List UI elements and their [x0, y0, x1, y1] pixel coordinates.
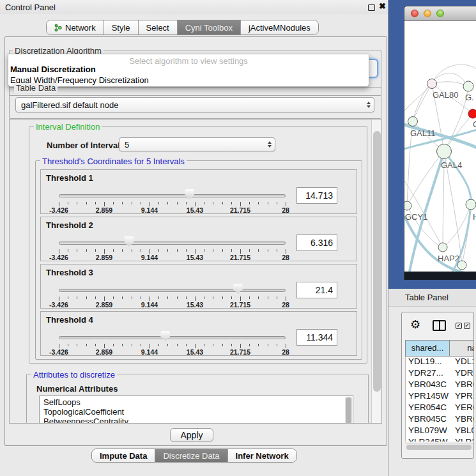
apply-button[interactable]: Apply [170, 428, 213, 442]
axis-tick-label: 2.859 [96, 348, 112, 356]
thresholds-group-label: Threshold's Coordinates for 5 Intervals [40, 157, 187, 166]
network-edge[interactable] [432, 65, 476, 84]
cell-shared-name[interactable]: YER054C [408, 403, 447, 412]
axis-tick [231, 296, 232, 299]
table-row[interactable]: YER054CYER0 [406, 403, 474, 414]
axis-tick [167, 202, 168, 204]
cell-name[interactable]: YDR2 [455, 368, 474, 378]
axis-tick-label: 21.715 [230, 348, 250, 356]
tab-infer-network[interactable]: Infer Network [228, 449, 296, 462]
tab-network-label: Network [65, 23, 96, 33]
float-panel-icon[interactable] [368, 4, 375, 11]
cell-name[interactable]: YLR3 [455, 437, 474, 441]
table-horizontal-scrollbar[interactable] [405, 443, 474, 450]
network-node-gcy1[interactable] [404, 201, 411, 210]
axis-tick [204, 249, 204, 252]
network-edge[interactable] [407, 151, 444, 206]
cell-shared-name[interactable]: YBR045C [408, 414, 447, 424]
network-node-c[interactable] [468, 109, 476, 118]
tab-style[interactable]: Style [104, 20, 139, 35]
network-edge[interactable] [404, 84, 432, 111]
table-row[interactable]: YDL19...YDL1 [406, 357, 474, 368]
axis-tick [277, 344, 277, 346]
axis-tick [167, 249, 168, 252]
number-of-intervals-combobox[interactable]: 5 [119, 137, 275, 151]
column-header-shared-name[interactable]: shared... [405, 340, 450, 357]
cell-name[interactable]: YBL0 [455, 426, 474, 435]
network-node-unlabeled[interactable] [457, 261, 466, 270]
table-hscrollbar-thumb[interactable] [406, 445, 472, 450]
settings-scrollbar-thumb[interactable] [373, 131, 381, 392]
tab-discretize-data[interactable]: Discretize Data [155, 449, 227, 462]
list-item-betweennesscentrality[interactable]: BetweennessCentrality [43, 417, 128, 424]
settings-vertical-scrollbar[interactable] [371, 119, 382, 423]
threshold-2-value-field[interactable]: 6.316 [296, 234, 337, 251]
axis-tick-label: 9.144 [141, 254, 158, 261]
tab-impute-data[interactable]: Impute Data [92, 449, 155, 462]
cell-name[interactable]: YBR0 [455, 414, 474, 424]
close-traffic-light-icon[interactable] [411, 10, 418, 17]
axis-tick [277, 296, 277, 299]
minimize-traffic-light-icon[interactable] [424, 10, 431, 17]
gear-icon[interactable]: ⚙ [410, 318, 420, 332]
tab-select[interactable]: Select [139, 20, 178, 35]
checkbox-icon[interactable]: ✓ [464, 323, 470, 329]
column-header-name[interactable]: na [450, 340, 474, 357]
threshold-1-value-field[interactable]: 14.713 [296, 187, 337, 204]
axis-tick [59, 344, 59, 348]
zoom-traffic-light-icon[interactable] [436, 10, 444, 17]
network-edge[interactable] [444, 151, 471, 204]
axis-tick [204, 344, 204, 346]
network-node-hap2[interactable] [438, 243, 447, 252]
table-row[interactable]: YBR043CYBR0 [406, 380, 474, 391]
tab-network[interactable]: Network [47, 20, 104, 35]
axis-tick-label: 2.859 [96, 254, 112, 261]
table-data-combobox[interactable]: galFiltered.sif default node [15, 97, 374, 112]
cell-name[interactable]: YDL1 [455, 357, 474, 366]
cell-shared-name[interactable]: YBR043C [408, 380, 447, 389]
attribute-list-scrollbar[interactable] [345, 397, 352, 424]
axis-tick-label: -3.426 [49, 254, 68, 261]
algorithm-option-manual[interactable]: Manual Discretization [10, 65, 96, 74]
cell-shared-name[interactable]: YBL079W [408, 426, 447, 435]
tab-jactivemnodules[interactable]: jActiveMNodules [241, 20, 318, 35]
network-node-gal11[interactable] [408, 117, 418, 127]
network-canvas[interactable]: GAL80G.CGAL11GAL4GCY1HHAP2 [404, 21, 476, 272]
axis-tick-label: 21.715 [230, 301, 250, 309]
network-window-titlebar[interactable] [404, 6, 476, 21]
tab-cyni-toolbox[interactable]: Cyni Toolbox [178, 20, 241, 35]
network-edge[interactable] [413, 84, 432, 121]
list-item-selfloops[interactable]: SelfLoops [43, 397, 81, 407]
close-icon[interactable]: ✖ [379, 1, 386, 11]
table-row[interactable]: YPR145WYPR1 [406, 391, 474, 403]
threshold-4-value-field[interactable]: 11.344 [296, 329, 337, 346]
axis-tick [268, 296, 268, 299]
table-row[interactable]: YLR345WYLR3 [406, 437, 474, 441]
cell-name[interactable]: YER0 [455, 403, 474, 412]
table-row[interactable]: YBL079WYBL0 [406, 426, 474, 437]
network-node-gal4[interactable] [437, 144, 452, 159]
axis-tick [113, 202, 114, 204]
cell-shared-name[interactable]: YDL19... [408, 357, 442, 366]
network-node-gal80[interactable] [427, 79, 437, 89]
cell-shared-name[interactable]: YPR145W [408, 391, 449, 401]
axis-tick [104, 249, 105, 254]
threshold-3-value-field[interactable]: 21.4 [296, 282, 337, 298]
network-node-g[interactable] [463, 81, 473, 91]
network-edge[interactable] [432, 82, 468, 86]
columns-icon[interactable] [433, 320, 446, 331]
checkbox-icon[interactable]: ✓ [456, 323, 462, 329]
table-row[interactable]: YBR045CYBR0 [406, 414, 474, 426]
tab-select-label: Select [146, 23, 169, 33]
cell-shared-name[interactable]: YDR27... [408, 368, 443, 378]
cell-name[interactable]: YPR1 [455, 391, 474, 401]
axis-tick [240, 249, 241, 254]
cell-name[interactable]: YBR0 [455, 380, 474, 389]
axis-tick [213, 249, 213, 252]
network-node-h[interactable] [466, 199, 476, 210]
table-row[interactable]: YDR27...YDR2 [406, 368, 474, 380]
table-panel-title: Table Panel [405, 293, 449, 302]
axis-tick [122, 344, 123, 346]
cell-shared-name[interactable]: YLR345W [408, 437, 448, 441]
list-item-topologicalcoefficient[interactable]: TopologicalCoefficient [43, 407, 124, 417]
